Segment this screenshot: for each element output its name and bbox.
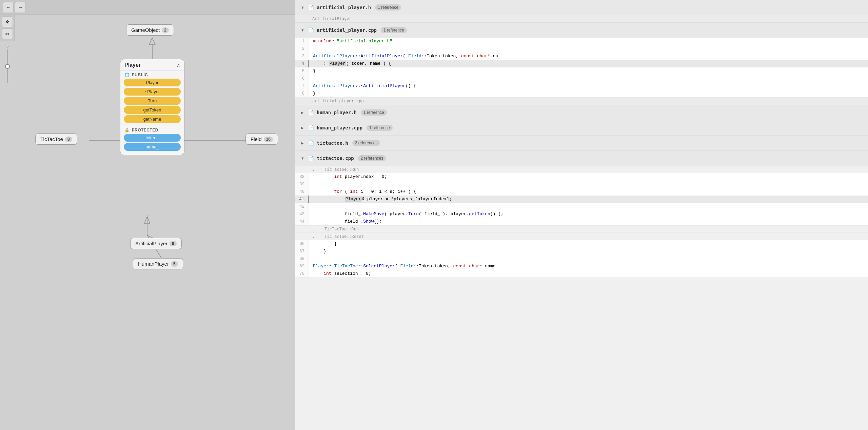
file-section-artificial-player-h: ▼ 📄 artificial_player.h 1 reference Arti… [295, 0, 868, 23]
svg-marker-7 [144, 217, 150, 223]
line-content-6 [309, 75, 868, 82]
ref-badge-artificial-player-h: 1 reference [375, 4, 401, 11]
forward-button[interactable]: → [15, 2, 26, 13]
code-line-5: 5 } [295, 67, 868, 75]
player-node-header: Player ∧ [120, 59, 184, 70]
line-content-41: Player& player = *players_[playerIndex]; [309, 196, 868, 203]
section-divider-run: .. TicTacToe::Run [295, 166, 868, 173]
player-node: Player ∧ 🌐 PUBLIC Player ~Player Turn ge… [120, 59, 184, 155]
code-line-7: 7 ArtificialPlayer::~ArtificialPlayer() … [295, 82, 868, 90]
public-label: PUBLIC [132, 73, 148, 77]
tictactoe-node[interactable]: TicTacToe 8 [35, 134, 77, 145]
code-line-68: 68 [295, 255, 868, 263]
line-content-68 [309, 255, 868, 263]
line-num-42: 42 [295, 203, 309, 210]
zoom-level-label: 5 [6, 44, 8, 48]
expand-arrow-human-player-cpp: ▶ [301, 126, 305, 130]
gameobject-badge: 2 [162, 27, 169, 33]
code-line-66: 66 } [295, 240, 868, 248]
expand-arrow-human-player-h: ▶ [301, 110, 305, 115]
public-section-header: 🌐 PUBLIC [120, 70, 184, 79]
back-button[interactable]: ← [3, 2, 14, 13]
cut-tool-button[interactable]: ✂ [2, 28, 13, 39]
code-panel: ▼ 📄 artificial_player.h 1 reference Arti… [295, 0, 868, 430]
select-tool-button[interactable]: ✥ [2, 16, 13, 27]
field-node[interactable]: Field 16 [245, 134, 278, 145]
ref-badge-tictactoe-cpp: 2 references [358, 155, 386, 161]
field-badge: 16 [264, 137, 273, 142]
line-num-39: 39 [295, 181, 309, 188]
protected-section-header: 🔒 PROTECTED [120, 126, 184, 134]
line-num-7: 7 [295, 82, 309, 90]
player-collapse-button[interactable]: ∧ [177, 62, 180, 68]
section-divider-run-footer: .. TicTacToe::Run [295, 225, 868, 233]
line-content-40: for ( int i = 0; i < 9; i++ ) { [309, 188, 868, 196]
line-content-39 [309, 181, 868, 188]
file-icon-human-player-cpp: 📄 [308, 125, 314, 130]
code-line-8: 8 } [295, 90, 868, 97]
artificial-player-node[interactable]: ArtificialPlayer 6 [130, 238, 182, 249]
file-path-artificial-player-h: ArtificialPlayer [295, 15, 868, 22]
code-line-43: 43 field_.MakeMove( player.Turn( field_ … [295, 210, 868, 218]
file-header-artificial-player-cpp[interactable]: ▼ 📄 artificial_player.cpp 1 reference [295, 23, 868, 38]
code-line-42: 42 [295, 203, 868, 210]
method-Player[interactable]: Player [124, 79, 181, 86]
line-num-69: 69 [295, 263, 309, 270]
zoom-slider-container: 5 [3, 44, 12, 98]
line-num-6: 6 [295, 75, 309, 82]
field-token[interactable]: token_ [124, 134, 181, 142]
expand-arrow-artificial-player-h: ▼ [301, 5, 305, 9]
file-header-human-player-cpp[interactable]: ▶ 📄 human_player.cpp 1 reference [295, 120, 868, 135]
gameobject-node[interactable]: GameObject 2 [126, 24, 174, 36]
method-getName[interactable]: getName [124, 115, 181, 123]
file-section-tictactoe-h: ▶ 📄 tictactoe.h 2 references [295, 136, 868, 151]
line-num-68: 68 [295, 255, 309, 263]
field-label: Field [251, 136, 262, 142]
line-num-41: 41 [295, 196, 309, 203]
file-icon-tictactoe-h: 📄 [308, 140, 314, 146]
code-line-3: 3 ArtificialPlayer::ArtificialPlayer( Fi… [295, 53, 868, 60]
file-header-artificial-player-h[interactable]: ▼ 📄 artificial_player.h 1 reference [295, 0, 868, 15]
code-line-1: 1 #include "artificial_player.h" [295, 38, 868, 45]
line-content-42 [309, 203, 868, 210]
zoom-thumb[interactable] [5, 64, 10, 69]
line-num-66: 66 [295, 240, 309, 248]
canvas-area: GameObject 2 Player ∧ 🌐 PUBLIC Player ~P… [15, 15, 295, 430]
line-content-38: int playerIndex = 0; [309, 173, 868, 181]
line-content-8: } [309, 90, 868, 97]
line-content-3: ArtificialPlayer::ArtificialPlayer( Fiel… [309, 53, 868, 60]
line-num-70: 70 [295, 270, 309, 278]
line-content-4: : Player( token, name ) { [309, 60, 868, 67]
filename-artificial-player-cpp: artificial_player.cpp [317, 27, 377, 33]
human-player-node[interactable]: HumanPlayer 5 [133, 258, 183, 269]
tictactoe-label: TicTacToe [40, 136, 63, 142]
expand-arrow-artificial-player-cpp: ▼ [301, 28, 305, 32]
file-section-human-player-h: ▶ 📄 human_player.h 1 reference [295, 105, 868, 120]
public-method-list: Player ~Player Turn getToken getName [120, 79, 184, 123]
line-num-43: 43 [295, 210, 309, 218]
file-icon-artificial-player-cpp: 📄 [308, 27, 314, 33]
line-num-1: 1 [295, 38, 309, 45]
method-getToken[interactable]: getToken [124, 106, 181, 114]
file-header-tictactoe-cpp[interactable]: ▼ 📄 tictactoe.cpp 2 references [295, 151, 868, 166]
file-header-tictactoe-h[interactable]: ▶ 📄 tictactoe.h 2 references [295, 136, 868, 150]
filename-tictactoe-cpp: tictactoe.cpp [317, 156, 354, 161]
line-content-66: } [309, 240, 868, 248]
method-Turn[interactable]: Turn [124, 97, 181, 105]
file-section-tictactoe-cpp: ▼ 📄 tictactoe.cpp 2 references .. TicTac… [295, 151, 868, 278]
code-block-artificial-player-h: ArtificialPlayer [295, 15, 868, 22]
line-content-67: } [309, 248, 868, 255]
line-num-8: 8 [295, 90, 309, 97]
section-divider-reset: .. TicTacToe::Reset [295, 233, 868, 240]
line-num-67: 67 [295, 248, 309, 255]
ref-badge-tictactoe-h: 2 references [352, 140, 380, 146]
line-content-44: field_.Show(); [309, 218, 868, 225]
file-footer-artificial-player-cpp: artificial_player.cpp [295, 97, 868, 105]
field-name[interactable]: name_ [124, 143, 181, 151]
code-line-44: 44 field_.Show(); [295, 218, 868, 225]
file-header-human-player-h[interactable]: ▶ 📄 human_player.h 1 reference [295, 105, 868, 120]
zoom-track[interactable] [7, 49, 8, 83]
file-section-artificial-player-cpp: ▼ 📄 artificial_player.cpp 1 reference 1 … [295, 23, 868, 105]
artificial-player-badge: 6 [170, 241, 177, 246]
method-destructor-Player[interactable]: ~Player [124, 88, 181, 96]
